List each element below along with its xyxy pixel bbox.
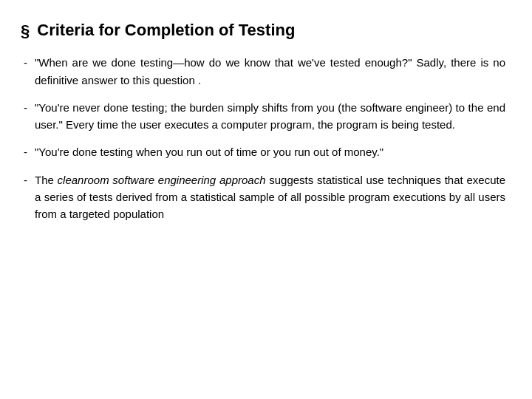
list-item: - The cleanroom software engineering app… [24, 171, 505, 223]
title-bullet-icon: § [21, 21, 30, 41]
dash-icon: - [24, 54, 27, 71]
item-text-1: "When are we done testing—how do we know… [35, 54, 505, 89]
item-text-3: "You're done testing when you run out of… [35, 143, 383, 160]
dash-icon: - [24, 143, 27, 160]
list-item: - "You're done testing when you run out … [24, 143, 505, 160]
slide-title: Criteria for Completion of Testing [37, 21, 295, 40]
item-text-2: "You're never done testing; the burden s… [35, 99, 505, 134]
slide-container: § Criteria for Completion of Testing - "… [0, 0, 532, 399]
dash-icon: - [24, 99, 27, 116]
list-item: - "You're never done testing; the burden… [24, 99, 505, 134]
bullet-list: - "When are we done testing—how do we kn… [21, 54, 505, 222]
dash-icon: - [24, 171, 27, 188]
title-row: § Criteria for Completion of Testing [21, 21, 505, 41]
item-text-4: The cleanroom software engineering appro… [35, 171, 505, 223]
list-item: - "When are we done testing—how do we kn… [24, 54, 505, 89]
italic-text: cleanroom software engineering approach [58, 174, 266, 186]
